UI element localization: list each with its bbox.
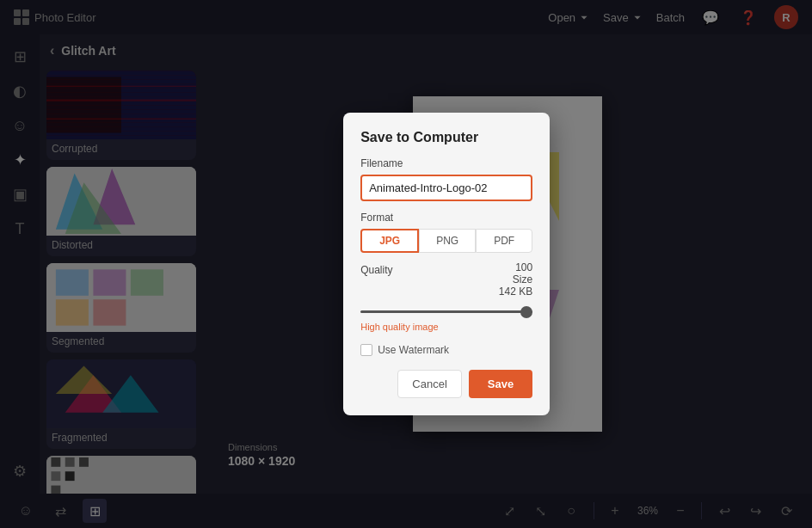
dialog-footer: Cancel Save — [360, 370, 532, 398]
filename-input[interactable] — [360, 175, 532, 201]
format-pdf-button[interactable]: PDF — [476, 229, 532, 253]
save-dialog: Save to Computer Filename Format JPG PNG… — [343, 113, 550, 415]
high-quality-link[interactable]: High quality image — [360, 322, 439, 332]
dialog-save-button[interactable]: Save — [469, 370, 532, 398]
watermark-row: Use Watermark — [360, 344, 532, 356]
quality-label: Quality — [360, 264, 392, 276]
format-jpg-button[interactable]: JPG — [360, 229, 419, 253]
quality-section: Quality — [360, 261, 499, 277]
quality-slider-wrap — [360, 301, 532, 316]
watermark-label: Use Watermark — [378, 344, 449, 356]
quality-size-row: Quality 100 Size 142 KB — [360, 261, 532, 298]
dialog-title: Save to Computer — [360, 130, 532, 145]
filename-label: Filename — [360, 157, 532, 169]
size-label: Size — [513, 273, 532, 285]
format-png-button[interactable]: PNG — [419, 229, 476, 253]
size-value: 142 KB — [499, 285, 532, 298]
quality-value: 100 — [515, 261, 532, 273]
watermark-checkbox[interactable] — [360, 344, 372, 356]
format-selector: JPG PNG PDF — [360, 229, 532, 253]
quality-slider[interactable] — [360, 310, 532, 313]
format-label: Format — [360, 212, 532, 224]
cancel-button[interactable]: Cancel — [397, 370, 461, 398]
